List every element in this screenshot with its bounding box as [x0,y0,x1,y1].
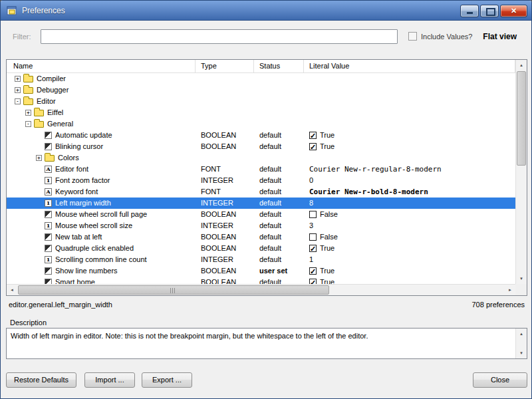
scroll-right-arrow-icon[interactable] [505,285,515,295]
preference-value: True [320,277,334,284]
tree-row[interactable]: Quadruple click enabledBOOLEANdefaultTru… [7,243,515,254]
selected-preference-path: editor.general.left_margin_width [9,301,112,309]
column-header-type[interactable]: Type [196,60,254,72]
close-dialog-button[interactable]: Close [473,372,527,388]
name-cell: Mouse wheel scroll size [7,220,196,231]
preference-name: Font zoom factor [55,175,110,186]
tree-row[interactable]: Editor fontFONTdefaultCourier New-r-regu… [7,164,515,175]
filter-input[interactable] [41,29,398,44]
tree-row[interactable]: Keyword fontFONTdefaultCourier New-r-bol… [7,186,515,198]
tree-row[interactable]: +Debugger [7,84,515,96]
preference-name: Scrolling common line count [55,254,147,265]
description-text: Width of left margin in editor. Note: th… [11,331,509,340]
preference-status: default [254,175,304,186]
preference-name: Editor font [55,164,88,175]
column-header-status[interactable]: Status [254,60,304,72]
tree-row[interactable]: Font zoom factorINTEGERdefault0 [7,175,515,186]
preference-name: Show line numbers [55,265,118,277]
horizontal-scrollbar-thumb[interactable] [18,285,329,295]
value-cell: 3 [304,220,515,231]
description-scrollbar[interactable] [515,329,527,358]
preference-status: default [254,130,304,141]
import-button[interactable]: Import ... [84,372,135,388]
value-cell [304,152,515,164]
value-checkbox[interactable] [309,211,317,218]
minimize-button[interactable] [460,5,479,17]
tree-row[interactable]: Scrolling common line countINTEGERdefaul… [7,254,515,265]
column-header-literal-value[interactable]: Literal Value [304,60,515,72]
expander-toggle[interactable]: - [25,121,31,127]
preference-status: default [254,220,304,231]
preference-type [196,118,254,130]
expander-toggle[interactable]: + [15,87,21,93]
scroll-left-arrow-icon[interactable] [7,285,17,295]
tree-row[interactable]: Mouse wheel scroll full pageBOOLEANdefau… [7,209,515,220]
horizontal-scrollbar[interactable] [7,284,515,295]
scroll-up-arrow-icon[interactable] [516,60,527,70]
include-values-checkbox[interactable] [408,32,417,41]
value-cell: 8 [304,198,515,209]
value-checkbox[interactable] [309,245,317,252]
description-scroll-up-icon[interactable] [516,329,527,339]
flat-view-button[interactable]: Flat view [483,32,517,41]
value-checkbox[interactable] [309,233,317,241]
value-checkbox[interactable] [309,279,317,284]
close-button[interactable] [500,5,527,17]
export-button[interactable]: Export ... [142,372,192,388]
value-cell: True [304,277,515,284]
expander-toggle[interactable]: + [15,76,21,82]
value-cell: True [304,243,515,254]
tree-row[interactable]: Automatic updateBOOLEANdefaultTrue [7,130,515,141]
expander-toggle[interactable]: - [15,98,21,104]
tree-row[interactable]: Smart homeBOOLEANdefaultTrue [7,277,515,284]
restore-defaults-button[interactable]: Restore Defaults [6,372,76,388]
tree-row[interactable]: +Colors [7,152,515,164]
value-checkbox[interactable] [309,132,317,139]
tree-row[interactable]: Blinking cursorBOOLEANdefaultTrue [7,141,515,152]
name-cell: +Eiffel [7,107,196,118]
expander-toggle[interactable]: + [25,110,31,116]
name-cell: Scrolling common line count [7,254,196,265]
tree-row[interactable]: -General [7,118,515,130]
tree-row[interactable]: +Eiffel [7,107,515,118]
font-icon [45,188,52,196]
tree-row[interactable]: +Compiler [7,73,515,84]
name-cell: Quadruple click enabled [7,243,196,254]
tree-row[interactable]: -Editor [7,96,515,107]
expander-toggle[interactable]: + [36,155,42,161]
vertical-scrollbar-thumb[interactable] [517,71,526,166]
grid-header: Name Type Status Literal Value [7,60,515,73]
tree-row[interactable]: Mouse wheel scroll sizeINTEGERdefault3 [7,220,515,231]
value-checkbox[interactable] [309,267,317,275]
preference-type: INTEGER [196,220,254,231]
folder-icon [34,110,44,116]
preference-status: user set [254,265,304,277]
folder-icon [23,87,33,94]
column-header-name[interactable]: Name [7,60,196,72]
vertical-scrollbar[interactable] [515,60,527,284]
preference-type: INTEGER [196,175,254,186]
name-cell: Mouse wheel scroll full page [7,209,196,220]
preference-value: Courier New-r-bold-8-modern [309,186,428,198]
preference-status: default [254,254,304,265]
value-checkbox[interactable] [309,143,317,150]
name-cell: Editor font [7,164,196,175]
value-cell: False [304,231,515,243]
window-icon[interactable] [7,5,17,16]
tree-row[interactable]: New tab at leftBOOLEANdefaultFalse [7,231,515,243]
preference-type: BOOLEAN [196,209,254,220]
folder-icon [23,76,33,82]
scroll-down-arrow-icon[interactable] [516,273,527,284]
preference-value: 0 [309,175,313,186]
preference-name: Smart home [55,277,95,284]
tree-row[interactable]: Show line numbersBOOLEANuser setTrue [7,265,515,277]
preference-name: Mouse wheel scroll full page [55,209,147,220]
tree-row[interactable]: Left margin widthINTEGERdefault8 [7,198,515,209]
folder-icon [23,98,33,105]
boolean-icon [45,233,52,241]
name-cell: -General [7,118,196,130]
titlebar[interactable]: Preferences [1,1,531,21]
preference-value: 3 [309,220,313,231]
maximize-button[interactable] [480,5,499,17]
description-scroll-down-icon[interactable] [516,348,527,358]
